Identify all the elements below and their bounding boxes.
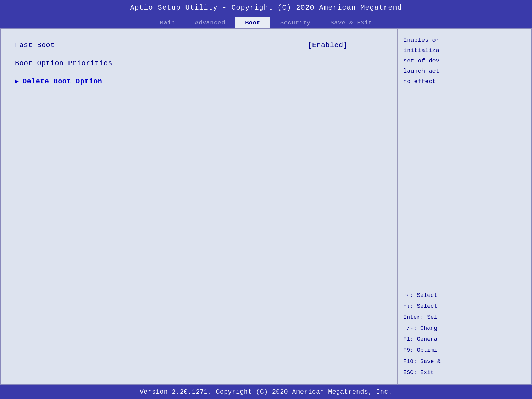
fast-boot-item[interactable]: Fast Boot [Enabled] [11, 36, 387, 54]
tab-security[interactable]: Security [270, 17, 321, 28]
key-hint-f9: F9: Optimi [403, 346, 526, 355]
bios-screen: Aptio Setup Utility - Copyright (C) 2020… [0, 0, 532, 399]
tab-main[interactable]: Main [150, 17, 185, 28]
tab-boot[interactable]: Boot [235, 17, 270, 28]
fast-boot-label: Fast Boot [15, 41, 55, 49]
footer-bar: Version 2.20.1271. Copyright (C) 2020 Am… [0, 385, 532, 399]
nav-tabs: Main Advanced Boot Security Save & Exit [0, 16, 532, 28]
key-f9: F9: Optimi [403, 347, 437, 354]
arrow-icon: ► [15, 78, 19, 85]
key-plus-minus: +/-: Chang [403, 325, 437, 332]
key-hint-esc: ESC: Exit [403, 368, 526, 378]
key-hint-enter: Enter: Sel [403, 313, 526, 322]
fast-boot-value: [Enabled] [307, 41, 348, 49]
tab-advanced[interactable]: Advanced [185, 17, 235, 28]
main-content: Fast Boot [Enabled] Boot Option Prioriti… [0, 28, 532, 385]
delete-boot-option-item[interactable]: ► Delete Boot Option [11, 72, 387, 90]
key-f1: F1: Genera [403, 336, 437, 343]
help-line-2: initializa [403, 47, 439, 54]
key-hint-select-screen: →←: Select [403, 291, 526, 300]
help-line-1: Enables or [403, 37, 439, 44]
key-enter: Enter: Sel [403, 314, 437, 321]
footer-text: Version 2.20.1271. Copyright (C) 2020 Am… [140, 388, 392, 395]
key-arrow-lr: →←: Select [403, 292, 437, 299]
help-line-3: set of dev [403, 57, 439, 64]
right-panel: Enables or initializa set of dev launch … [397, 28, 532, 385]
help-divider [403, 285, 526, 285]
key-esc: ESC: Exit [403, 370, 434, 376]
title-text: Aptio Setup Utility - Copyright (C) 2020… [0, 4, 532, 12]
key-arrow-ud: ↑↓: Select [403, 303, 437, 310]
key-hint-select-item: ↑↓: Select [403, 302, 526, 311]
help-text: Enables or initializa set of dev launch … [403, 35, 526, 279]
delete-boot-option-label: Delete Boot Option [22, 77, 102, 85]
boot-option-priorities-label: Boot Option Priorities [15, 59, 112, 67]
help-line-4: launch act [403, 68, 439, 74]
help-line-5: no effect [403, 78, 436, 85]
boot-option-priorities-item[interactable]: Boot Option Priorities [11, 54, 387, 72]
key-hint-f10: F10: Save & [403, 357, 526, 367]
key-hint-f1: F1: Genera [403, 335, 526, 344]
key-hint-change: +/-: Chang [403, 324, 526, 333]
tab-save-exit[interactable]: Save & Exit [321, 17, 382, 28]
left-panel: Fast Boot [Enabled] Boot Option Prioriti… [0, 28, 397, 385]
key-f10: F10: Save & [403, 359, 441, 365]
title-bar: Aptio Setup Utility - Copyright (C) 2020… [0, 0, 532, 28]
key-hints: →←: Select ↑↓: Select Enter: Sel +/-: Ch… [403, 291, 526, 378]
